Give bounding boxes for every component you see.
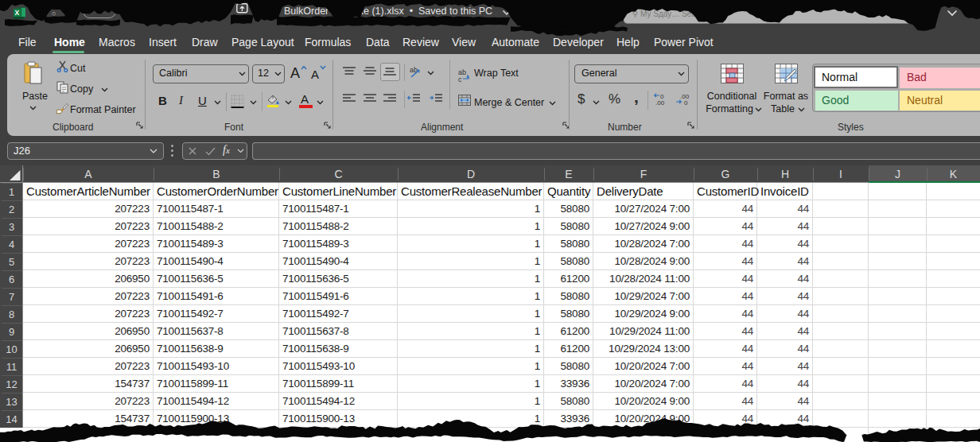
svg-text:0: 0 [684, 99, 688, 106]
svg-text:.00: .00 [655, 99, 665, 106]
svg-text:c: c [458, 76, 462, 83]
